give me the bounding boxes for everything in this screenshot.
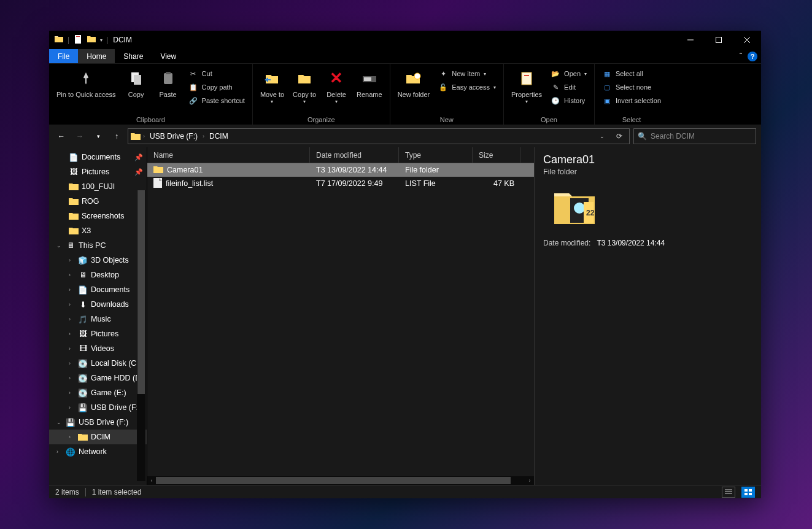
new-folder-button[interactable]: New folder: [394, 65, 434, 99]
breadcrumb-drive[interactable]: USB Drive (F:): [147, 132, 200, 141]
horizontal-scrollbar[interactable]: ‹ ›: [147, 476, 534, 485]
move-to-label: Move to: [260, 91, 284, 99]
tab-view[interactable]: View: [152, 49, 185, 63]
collapse-ribbon-icon[interactable]: ˆ: [734, 49, 748, 63]
cut-button[interactable]: ✂Cut: [185, 68, 249, 80]
refresh-button[interactable]: ⟳: [612, 129, 627, 144]
col-date[interactable]: Date modified: [310, 147, 399, 163]
breadcrumb-folder[interactable]: DCIM: [207, 132, 231, 141]
new-item-button[interactable]: ✦New item ▾: [435, 68, 500, 80]
paste-button[interactable]: Paste: [153, 65, 184, 99]
copy-button[interactable]: Copy: [121, 65, 152, 99]
tree-game-d[interactable]: ›💽Game HDD (D:): [49, 371, 147, 385]
tree-network[interactable]: ›🌐Network: [49, 444, 147, 459]
qat-folder-icon[interactable]: [87, 34, 96, 46]
chevron-right-icon[interactable]: ›: [69, 316, 75, 322]
chevron-down-icon[interactable]: ⌄: [56, 419, 63, 425]
file-row[interactable]: fileinfo_list.listT7 17/09/2022 9:49LIST…: [147, 177, 534, 190]
chevron-right-icon[interactable]: ›: [69, 287, 75, 293]
tree-downloads[interactable]: ›⬇Downloads: [49, 297, 147, 312]
scroll-right-icon[interactable]: ›: [525, 476, 534, 485]
title-bar[interactable]: | ▾ | DCIM: [49, 31, 761, 49]
scroll-left-icon[interactable]: ‹: [147, 476, 156, 485]
svg-text:22: 22: [586, 209, 595, 217]
col-size[interactable]: Size: [473, 147, 520, 163]
open-button[interactable]: 📂Open ▾: [547, 68, 590, 80]
tree-documents[interactable]: 📄Documents📌: [49, 150, 147, 164]
tree-100fuji[interactable]: 100_FUJI: [49, 179, 147, 194]
chevron-right-icon[interactable]: ›: [69, 301, 75, 307]
address-dropdown-icon[interactable]: ⌄: [595, 129, 609, 144]
chevron-right-icon[interactable]: ›: [56, 449, 63, 455]
navigation-tree[interactable]: 📄Documents📌 🖼Pictures📌 100_FUJI ROG Scre…: [49, 147, 147, 485]
tree-dcim[interactable]: ›DCIM: [49, 430, 147, 444]
paste-shortcut-button[interactable]: 🔗Paste shortcut: [185, 95, 249, 107]
tree-pictures-2[interactable]: ›🖼Pictures: [49, 326, 147, 341]
tree-pictures[interactable]: 🖼Pictures📌: [49, 164, 147, 179]
tree-rog[interactable]: ROG: [49, 194, 147, 209]
tree-usb-f-2[interactable]: ⌄💾USB Drive (F:): [49, 415, 147, 430]
minimize-button[interactable]: [676, 31, 705, 49]
properties-icon[interactable]: [73, 34, 83, 46]
qat-dropdown-icon[interactable]: ▾: [100, 37, 102, 43]
chevron-right-icon[interactable]: ›: [69, 331, 75, 337]
chevron-right-icon[interactable]: ›: [69, 360, 75, 366]
chevron-right-icon[interactable]: ›: [69, 390, 75, 396]
close-button[interactable]: [733, 31, 761, 49]
tree-videos[interactable]: ›🎞Videos: [49, 341, 147, 356]
select-all-button[interactable]: ▦Select all: [598, 68, 665, 80]
tree-screenshots[interactable]: Screenshots: [49, 209, 147, 223]
tree-scrollbar[interactable]: [137, 190, 145, 481]
back-button[interactable]: ←: [54, 129, 69, 144]
copy-path-button[interactable]: 📋Copy path: [185, 81, 249, 93]
recent-dropdown-icon[interactable]: ▾: [91, 129, 106, 144]
view-large-icons-button[interactable]: [741, 487, 755, 498]
chevron-down-icon[interactable]: ⌄: [56, 242, 63, 249]
tree-thispc[interactable]: ⌄🖥This PC: [49, 238, 147, 253]
help-icon[interactable]: ?: [748, 52, 757, 61]
svg-rect-17: [749, 489, 752, 492]
tab-file[interactable]: File: [49, 49, 78, 63]
file-row[interactable]: Camera01T3 13/09/2022 14:44File folder: [147, 163, 534, 177]
move-to-button[interactable]: Move to ▾: [257, 65, 288, 105]
forward-button[interactable]: →: [72, 129, 87, 144]
chevron-right-icon[interactable]: ›: [69, 272, 75, 278]
status-selected: 1 item selected: [92, 488, 142, 496]
select-none-button[interactable]: ▢Select none: [598, 81, 665, 93]
maximize-button[interactable]: [705, 31, 733, 49]
svg-point-13: [574, 203, 585, 214]
tree-game-e[interactable]: ›💽Game (E:): [49, 385, 147, 400]
chevron-right-icon[interactable]: ›: [203, 133, 204, 139]
copy-to-button[interactable]: Copy to ▾: [289, 65, 320, 105]
tree-x3[interactable]: X3: [49, 223, 147, 238]
tree-music[interactable]: ›🎵Music: [49, 312, 147, 326]
tree-local-c[interactable]: ›💽Local Disk (C:): [49, 356, 147, 371]
view-details-button[interactable]: [722, 487, 735, 498]
details-date-value: T3 13/09/2022 14:44: [597, 239, 665, 247]
up-button[interactable]: ↑: [109, 129, 124, 144]
chevron-right-icon[interactable]: ›: [69, 404, 75, 411]
search-input[interactable]: 🔍 Search DCIM: [633, 128, 756, 144]
chevron-right-icon[interactable]: ›: [69, 346, 75, 352]
tree-desktop[interactable]: ›🖥Desktop: [49, 268, 147, 282]
history-button[interactable]: 🕑History: [547, 95, 590, 107]
chevron-right-icon[interactable]: ›: [69, 375, 75, 381]
delete-button[interactable]: ✕ Delete ▾: [321, 65, 352, 105]
edit-button[interactable]: ✎Edit: [547, 81, 590, 93]
col-name[interactable]: Name˄: [147, 147, 310, 163]
pin-quick-access-button[interactable]: Pin to Quick access: [53, 65, 120, 99]
col-type[interactable]: Type: [399, 147, 473, 163]
chevron-right-icon[interactable]: ›: [69, 257, 75, 263]
tab-home[interactable]: Home: [78, 49, 115, 63]
rename-button[interactable]: Rename: [353, 65, 386, 99]
easy-access-button[interactable]: 🔓Easy access ▾: [435, 81, 500, 93]
tree-documents-2[interactable]: ›📄Documents: [49, 282, 147, 297]
tree-3d-objects[interactable]: ›🧊3D Objects: [49, 253, 147, 268]
chevron-right-icon[interactable]: ›: [143, 133, 145, 139]
chevron-right-icon[interactable]: ›: [69, 434, 75, 440]
properties-button[interactable]: Properties ▾: [508, 65, 546, 105]
invert-selection-button[interactable]: ▣Invert selection: [598, 95, 665, 107]
tree-usb-f-1[interactable]: ›💾USB Drive (F:): [49, 400, 147, 415]
tab-share[interactable]: Share: [115, 49, 152, 63]
address-bar[interactable]: › USB Drive (F:) › DCIM ⌄ ⟳: [128, 128, 630, 144]
